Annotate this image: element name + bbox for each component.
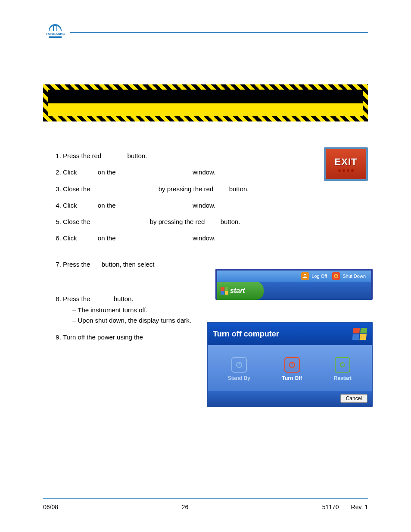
step-3: Close the by pressing the red button. (63, 185, 368, 193)
step-text: Press the (63, 295, 90, 302)
footer-date: 06/08 (43, 504, 58, 510)
step-text: by pressing the red (150, 218, 205, 225)
page-footer: 06/08 26 51170 Rev. 1 (43, 498, 368, 510)
step-4: Click on the window. (63, 201, 368, 210)
step-5: Close the by pressing the red button. (63, 218, 368, 226)
scale-icon (49, 36, 62, 39)
windows-flag-icon (352, 328, 367, 340)
turn-off-title: Turn off computer (213, 330, 279, 339)
caution-top (48, 90, 363, 103)
step-text: button. (128, 152, 147, 159)
windows-flag-icon (221, 287, 228, 295)
globe-icon (49, 24, 62, 31)
step-text: Press the (63, 261, 90, 268)
caution-bottom (48, 103, 363, 116)
logo-text: FAIRBANKS (46, 32, 65, 36)
step-text: window. (193, 234, 215, 242)
caution-block (43, 84, 368, 121)
restart-label: Restart (334, 375, 352, 381)
step-text: Click (63, 234, 77, 242)
standby-option[interactable]: Stand By (228, 357, 250, 381)
footer-doc-number: 51170 (322, 504, 339, 510)
step-text: on the (98, 202, 116, 209)
step-2: Click on the window. (63, 168, 368, 177)
svg-rect-5 (292, 362, 293, 365)
svg-rect-3 (239, 362, 240, 365)
start-label: start (230, 287, 245, 295)
step-text: button. (114, 295, 134, 302)
step-text: Close the (63, 185, 90, 193)
logoff-label: Log Off (311, 274, 327, 279)
power-icon (284, 357, 300, 373)
standby-label: Stand By (228, 375, 250, 381)
shutdown-label: Shut Down (342, 274, 366, 279)
fairbanks-logo: FAIRBANKS (43, 22, 67, 41)
step-text: button. (229, 185, 249, 193)
step-text: button. (221, 218, 240, 225)
header-rule (70, 32, 368, 33)
exit-button-image: EXIT (324, 147, 368, 181)
footer-rule (43, 498, 368, 499)
svg-rect-1 (336, 274, 336, 276)
exit-label: EXIT (335, 156, 358, 168)
step-text: by pressing the red (159, 185, 214, 193)
step-8-sub1: The instrument turns off. (72, 306, 368, 314)
turn-off-option[interactable]: Turn Off (282, 357, 302, 381)
footer-rev: Rev. 1 (351, 504, 368, 510)
step-1: Press the red button. (63, 152, 368, 160)
shutdown-icon (332, 272, 340, 280)
exit-dots-icon (338, 169, 354, 172)
cancel-button[interactable]: Cancel (340, 394, 367, 403)
logoff-icon (301, 272, 309, 280)
step-text: Close the (63, 218, 90, 225)
step-text: button, then select (102, 261, 155, 268)
step-text: Click (63, 202, 77, 209)
standby-icon (231, 357, 247, 373)
restart-icon (335, 357, 350, 373)
step-text: Press the red (63, 152, 101, 159)
step-text: window. (193, 168, 215, 176)
step-6: Click on the window. (63, 234, 368, 243)
step-text: window. (193, 202, 215, 209)
footer-page-number: 26 (182, 504, 189, 510)
turnoff-label: Turn Off (282, 375, 302, 381)
start-menu-image: Log Off Shut Down start (215, 269, 373, 300)
step-text: on the (98, 168, 116, 176)
step-7: Press the button, then select (63, 260, 368, 269)
start-button[interactable]: start (217, 282, 264, 300)
step-text: Click (63, 168, 77, 176)
turn-off-dialog: Turn off computer Stand By Turn Off (207, 322, 373, 407)
step-text: on the (98, 234, 116, 242)
steps-list: Press the red button. Click on the windo… (43, 152, 368, 342)
restart-option[interactable]: Restart (334, 357, 352, 381)
